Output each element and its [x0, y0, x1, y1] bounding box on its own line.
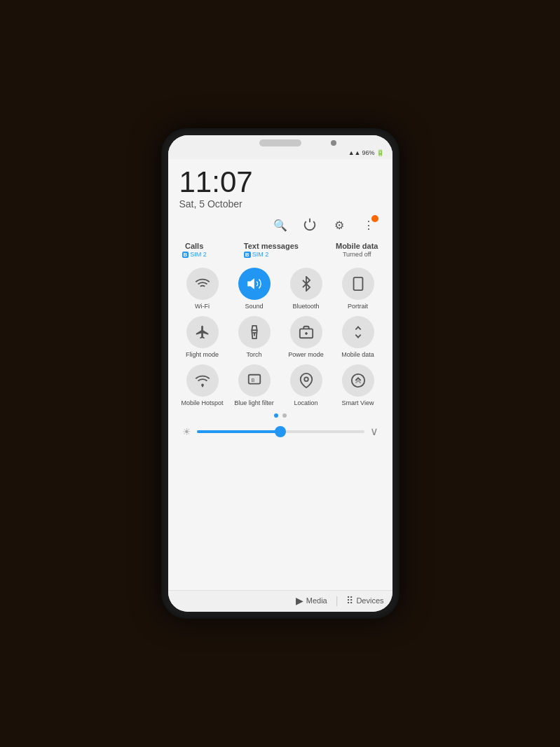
smart-view-toggle[interactable]: Smart View: [335, 364, 381, 407]
brightness-min-icon: ☀: [182, 426, 191, 437]
bluetooth-icon: [290, 268, 322, 300]
power-mode-toggle[interactable]: Power mode: [283, 316, 329, 359]
svg-text:B: B: [251, 376, 254, 383]
power-mode-label: Power mode: [288, 351, 324, 359]
quick-settings-panel: 11:07 Sat, 5 October 🔍 ⚙ ⋮ Calls: [168, 159, 392, 590]
signal-strength: ▲▲: [348, 149, 361, 156]
text-sim-info: Text messages B SIM 2: [244, 242, 299, 258]
text-sim-text: SIM 2: [252, 251, 269, 258]
power-icon[interactable]: [300, 215, 320, 235]
hotspot-icon: [186, 364, 219, 397]
flight-mode-label: Flight mode: [186, 351, 219, 359]
brightness-slider-track[interactable]: [197, 430, 364, 433]
phone-screen: ▲▲ 96% 🔋 11:07 Sat, 5 October 🔍 ⚙: [168, 135, 392, 612]
search-icon[interactable]: 🔍: [271, 215, 290, 235]
bluetooth-toggle[interactable]: Bluetooth: [283, 268, 329, 310]
portrait-icon: [342, 268, 374, 300]
calls-sim: B SIM 2: [182, 251, 207, 258]
devices-button[interactable]: ⠿ Devices: [346, 595, 383, 606]
bottom-separator: |: [336, 595, 339, 606]
clock-section: 11:07 Sat, 5 October: [179, 167, 381, 210]
portrait-toggle[interactable]: Portrait: [335, 268, 381, 310]
mobile-data-status: Turned off: [336, 251, 378, 258]
svg-rect-1: [353, 277, 362, 290]
signal-icons: ▲▲ 96% 🔋: [348, 149, 384, 156]
location-label: Location: [294, 399, 317, 407]
bluetooth-label: Bluetooth: [292, 303, 319, 310]
media-button[interactable]: ▶ Media: [296, 595, 327, 606]
mobile-data-toggle[interactable]: Mobile data: [335, 316, 381, 359]
sound-label: Sound: [245, 303, 263, 310]
flight-mode-toggle[interactable]: Flight mode: [179, 316, 226, 359]
wifi-label: Wi-Fi: [195, 303, 210, 310]
text-label: Text messages: [244, 242, 299, 250]
text-sim: B SIM 2: [244, 251, 299, 258]
speaker-grille: [259, 139, 301, 146]
mobile-hotspot-label: Mobile Hotspot: [181, 399, 223, 407]
location-icon: [290, 364, 322, 397]
svg-marker-0: [247, 280, 253, 289]
blue-light-icon: B: [238, 364, 271, 397]
front-camera: [331, 140, 336, 146]
page-dot-1: [274, 413, 278, 418]
calls-sim-info: Calls B SIM 2: [182, 242, 207, 258]
brightness-control: ☀ ∨: [179, 422, 381, 441]
calls-sim-text: SIM 2: [190, 251, 207, 258]
wifi-icon: [186, 268, 219, 300]
mobile-data-info: Mobile data Turned off: [336, 242, 378, 258]
sim2-badge-calls: B: [182, 252, 189, 258]
smart-view-label: Smart View: [342, 399, 374, 407]
phone-frame: ▲▲ 96% 🔋 11:07 Sat, 5 October 🔍 ⚙: [161, 128, 399, 619]
clock-date: Sat, 5 October: [179, 198, 381, 210]
bottom-bar: ▶ Media | ⠿ Devices: [168, 590, 392, 612]
blue-light-toggle[interactable]: B Blue light filter: [231, 364, 278, 407]
mobile-data-icon: [342, 316, 374, 348]
mobile-hotspot-toggle[interactable]: Mobile Hotspot: [179, 364, 226, 407]
mobile-data-label: Mobile data: [341, 351, 374, 359]
flight-icon: [186, 316, 219, 348]
power-mode-icon: [290, 316, 322, 348]
page-dot-2: [282, 413, 287, 418]
media-label: Media: [306, 596, 327, 605]
devices-label: Devices: [356, 596, 383, 605]
top-icons-row: 🔍 ⚙ ⋮: [179, 215, 381, 235]
more-options-icon[interactable]: ⋮: [359, 215, 378, 235]
page-indicator: [179, 413, 381, 418]
mobile-data-label: Mobile data: [336, 242, 378, 250]
status-bar: ▲▲ 96% 🔋: [168, 148, 392, 159]
media-play-icon: ▶: [296, 595, 303, 606]
brightness-chevron[interactable]: ∨: [370, 425, 378, 438]
sim2-badge-text: B: [244, 252, 251, 258]
sim-info-row: Calls B SIM 2 Text messages B SIM 2 Mobi…: [179, 242, 381, 258]
clock-time: 11:07: [179, 167, 381, 197]
torch-label: Torch: [246, 351, 261, 359]
svg-point-14: [304, 377, 308, 381]
battery-percentage: 96%: [362, 149, 374, 156]
battery-icon: 🔋: [376, 149, 384, 156]
settings-icon[interactable]: ⚙: [329, 215, 349, 235]
blue-light-label: Blue light filter: [234, 399, 274, 407]
calls-label: Calls: [182, 242, 207, 250]
torch-toggle[interactable]: Torch: [231, 316, 278, 359]
sound-toggle[interactable]: Sound: [231, 268, 278, 310]
location-toggle[interactable]: Location: [283, 364, 329, 407]
brightness-slider-fill: [197, 430, 281, 433]
brightness-slider-thumb[interactable]: [275, 426, 286, 437]
wifi-toggle[interactable]: Wi-Fi: [179, 268, 226, 310]
torch-icon: [238, 316, 271, 348]
quick-toggles-grid: Wi-Fi Sound: [179, 268, 381, 406]
portrait-label: Portrait: [348, 303, 368, 310]
devices-icon: ⠿: [346, 595, 353, 606]
smart-view-icon: [342, 364, 374, 397]
sound-icon: [238, 268, 271, 300]
notch-bar: [168, 135, 392, 148]
